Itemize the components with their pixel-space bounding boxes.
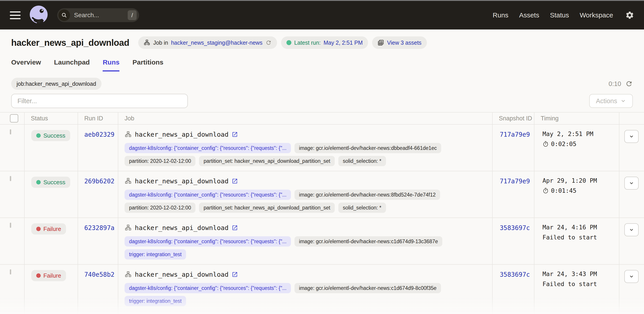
- navbar-links: Runs Assets Status Workspace: [492, 11, 613, 19]
- run-note: Failed to start: [542, 234, 619, 241]
- external-link-icon[interactable]: [232, 178, 238, 184]
- row-actions-dropdown-button[interactable]: [624, 270, 639, 283]
- tab-overview[interactable]: Overview: [11, 58, 41, 71]
- view-assets-badge: View 3 assets: [372, 36, 427, 49]
- run-status-badge: Success: [31, 177, 70, 188]
- select-all-checkbox[interactable]: [10, 114, 18, 123]
- external-link-icon[interactable]: [232, 131, 238, 138]
- status-dot-icon: [36, 273, 41, 278]
- latest-run-time-link[interactable]: May 2, 2:51 PM: [324, 39, 363, 46]
- runs-table-body: Success aeb02329 hacker_news_api_downloa…: [0, 125, 644, 311]
- snapshot-id-link[interactable]: 3583697c: [500, 271, 530, 278]
- run-tag[interactable]: dagster-k8s/config: {"container_config":…: [124, 143, 291, 153]
- navbar-link-assets[interactable]: Assets: [519, 11, 539, 19]
- page-tabs: Overview Launchpad Runs Partitions: [0, 58, 644, 71]
- run-tag[interactable]: partition: 2020-12-02-12:00: [124, 203, 196, 213]
- row-checkbox[interactable]: [10, 176, 11, 181]
- tab-runs[interactable]: Runs: [103, 58, 120, 71]
- row-checkbox[interactable]: [10, 223, 11, 228]
- run-tag[interactable]: dagster-k8s/config: {"container_config":…: [124, 236, 291, 247]
- run-duration: 0:02:05: [542, 141, 619, 148]
- run-tag[interactable]: image: gcr.io/elementl-dev/hacker-news:d…: [294, 143, 441, 153]
- table-row: Success 269b6202 hacker_news_api_downloa…: [0, 171, 644, 218]
- snapshot-id-link[interactable]: 717a79e9: [500, 131, 530, 138]
- actions-button[interactable]: Actions: [589, 94, 633, 108]
- run-tag-rows: dagster-k8s/config: {"container_config":…: [124, 143, 492, 166]
- run-duration: 0:01:45: [542, 187, 619, 194]
- run-note: Failed to start: [542, 281, 619, 288]
- job-location-badge: Job in hacker_news_staging@hacker-news: [138, 36, 277, 49]
- status-label: Success: [44, 132, 65, 139]
- job-icon: [124, 224, 132, 231]
- run-start-time: Apr 29, 1:20 PM: [542, 177, 619, 184]
- run-tag[interactable]: image: gcr.io/elementl-dev/hacker-news:8…: [294, 190, 440, 200]
- run-tag[interactable]: partition: 2020-12-02-12:00: [124, 156, 196, 166]
- run-tag[interactable]: trigger: integration_test: [124, 249, 186, 260]
- run-start-time: Mar 24, 3:43 PM: [542, 271, 619, 277]
- run-tag-rows: dagster-k8s/config: {"container_config":…: [124, 283, 492, 306]
- runs-filter-input[interactable]: [11, 94, 188, 108]
- column-header-timing: Timing: [534, 113, 619, 124]
- job-icon: [124, 271, 132, 278]
- row-actions-dropdown-button[interactable]: [624, 130, 639, 143]
- job-filter-token[interactable]: job:hacker_news_api_download: [11, 78, 102, 90]
- navbar-link-runs[interactable]: Runs: [492, 11, 508, 19]
- chevron-down-icon: [629, 180, 634, 186]
- run-id-link[interactable]: aeb02329: [84, 131, 114, 138]
- refresh-countdown: 0:10: [609, 80, 621, 88]
- snapshot-id-link[interactable]: 717a79e9: [500, 177, 530, 185]
- chevron-down-icon: [629, 227, 634, 232]
- chevron-down-icon: [629, 134, 634, 139]
- run-tag[interactable]: dagster-k8s/config: {"container_config":…: [124, 190, 291, 200]
- row-checkbox[interactable]: [10, 269, 11, 275]
- job-name-link[interactable]: hacker_news_api_download: [135, 224, 228, 232]
- run-tag[interactable]: partition_set: hacker_news_api_download_…: [199, 203, 334, 213]
- status-label: Success: [44, 179, 65, 186]
- view-assets-link[interactable]: View 3 assets: [387, 39, 422, 46]
- snapshot-id-link[interactable]: 3583697c: [500, 224, 530, 232]
- reload-repo-icon[interactable]: [266, 39, 272, 46]
- external-link-icon[interactable]: [232, 225, 238, 231]
- page-header: hacker_news_api_download Job in hacker_n…: [0, 29, 644, 49]
- run-start-time: May 2, 2:51 PM: [542, 131, 619, 137]
- job-name-link[interactable]: hacker_news_api_download: [135, 177, 228, 185]
- job-name-link[interactable]: hacker_news_api_download: [135, 271, 228, 278]
- run-id-link[interactable]: 740e58b2: [84, 271, 114, 278]
- tab-launchpad[interactable]: Launchpad: [54, 58, 90, 71]
- page-title: hacker_news_api_download: [11, 38, 129, 48]
- assets-icon: [378, 39, 384, 46]
- run-tag[interactable]: trigger: integration_test: [124, 296, 186, 306]
- stopwatch-icon: [542, 188, 549, 194]
- row-actions-dropdown-button[interactable]: [624, 177, 639, 190]
- run-id-link[interactable]: 6232897a: [84, 224, 114, 232]
- run-tag-rows: dagster-k8s/config: {"container_config":…: [124, 236, 492, 260]
- job-badge-prefix: Job in: [153, 39, 168, 46]
- run-tag[interactable]: solid_selection: *: [338, 156, 386, 166]
- external-link-icon[interactable]: [232, 271, 238, 278]
- repo-location-link[interactable]: hacker_news_staging@hacker-news: [171, 39, 262, 46]
- navbar-link-status[interactable]: Status: [550, 11, 569, 19]
- run-tag[interactable]: solid_selection: *: [338, 203, 386, 213]
- table-row: Success aeb02329 hacker_news_api_downloa…: [0, 125, 644, 171]
- refresh-icon[interactable]: [625, 80, 633, 88]
- hamburger-menu-icon[interactable]: [10, 11, 20, 19]
- dagster-logo[interactable]: [28, 5, 49, 25]
- run-tag[interactable]: image: gcr.io/elementl-dev/hacker-news:c…: [294, 236, 442, 247]
- run-id-link[interactable]: 269b6202: [84, 177, 114, 185]
- navbar-link-workspace[interactable]: Workspace: [580, 11, 613, 19]
- tab-partitions[interactable]: Partitions: [132, 58, 163, 71]
- runs-table: Status Run ID Job Snapshot ID Timing Suc…: [0, 112, 644, 314]
- row-actions-dropdown-button[interactable]: [624, 223, 639, 236]
- run-tag[interactable]: dagster-k8s/config: {"container_config":…: [124, 283, 291, 293]
- global-search-input[interactable]: Search... /: [57, 8, 139, 22]
- gear-icon[interactable]: [625, 11, 634, 20]
- job-icon: [144, 39, 150, 46]
- status-dot-icon: [36, 133, 41, 138]
- column-header-status: Status: [24, 113, 78, 124]
- job-name-link[interactable]: hacker_news_api_download: [135, 131, 228, 138]
- run-status-badge: Failure: [31, 223, 66, 234]
- run-tag[interactable]: image: gcr.io/elementl-dev/hacker-news:c…: [294, 283, 441, 293]
- runs-table-header: Status Run ID Job Snapshot ID Timing: [0, 112, 644, 125]
- row-checkbox[interactable]: [10, 129, 11, 135]
- run-tag[interactable]: partition_set: hacker_news_api_download_…: [199, 156, 334, 166]
